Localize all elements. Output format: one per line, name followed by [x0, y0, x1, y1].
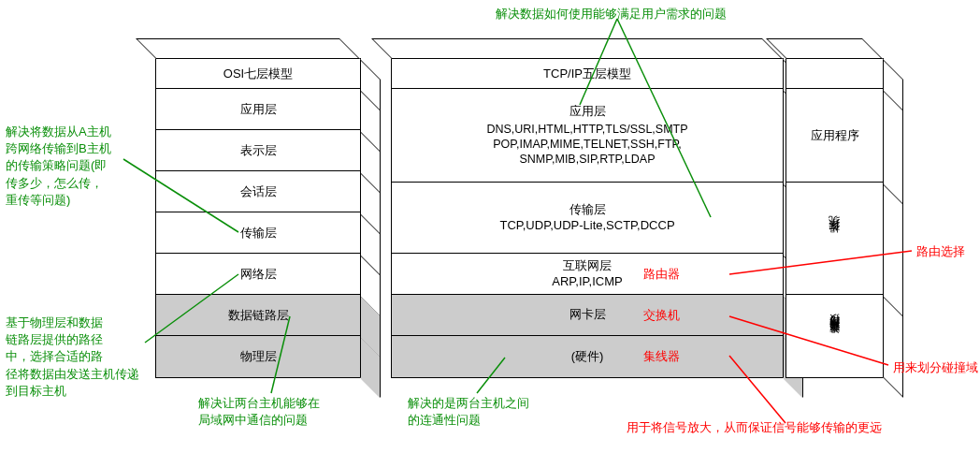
tcp-app-name: 应用层: [569, 104, 606, 120]
col3-os-text: 操作系统: [829, 235, 841, 242]
tcp-internet-protocols: ARP,IP,ICMP: [552, 274, 622, 290]
osi-layer-physical: 物理层: [156, 336, 360, 377]
tcp-layer-internet: 互联网层 ARP,IP,ICMP: [392, 254, 783, 295]
note-user-needs: 解决数据如何使用能够满足用户需求的问题: [496, 6, 727, 22]
tcp-app-protocols: DNS,URI,HTML,HTTP,TLS/SSL,SMTP POP,IMAP,…: [486, 122, 687, 168]
osi-layer-datalink: 数据链路层: [156, 295, 360, 336]
note-transport-policy: 解决将数据从A主机 跨网络传输到B主机 的传输策略问题(即 传多少，怎么传， 重…: [6, 124, 111, 209]
tcpip-stack: TCP/IP五层模型 应用层 DNS,URI,HTML,HTTP,TLS/SSL…: [391, 58, 784, 378]
tcp-transport-protocols: TCP,UDP,UDP-Lite,SCTP,DCCP: [499, 218, 674, 234]
osi-right-face: [360, 59, 381, 398]
tcp-layer-hardware: (硬件): [392, 336, 783, 377]
device-router: 路由器: [643, 266, 680, 283]
osi-top-face: [136, 38, 360, 59]
tcp-layer-transport: 传输层 TCP,UDP,UDP-Lite,SCTP,DCCP: [392, 183, 783, 254]
note-routing: 基于物理层和数据 链路层提供的路径 中，选择合适的路 径将数据由发送主机传递 到…: [6, 314, 139, 400]
col3-title: [786, 59, 883, 89]
osi-layer-session: 会话层: [156, 171, 360, 212]
col3-app: 应用程序: [786, 89, 883, 183]
device-switch: 交换机: [643, 307, 680, 324]
tcp-internet-name: 互联网层: [563, 258, 612, 274]
note-collision: 用来划分碰撞域: [893, 359, 978, 376]
osi-layer-network: 网络层: [156, 254, 360, 295]
osi-layer-transport: 传输层: [156, 212, 360, 254]
side-column: 应用程序 操作系统 设备驱动程序与网络接口: [785, 58, 884, 378]
device-hub: 集线器: [643, 348, 680, 365]
note-lan: 解决让两台主机能够在 局域网中通信的问题: [198, 395, 320, 429]
tcp-nic-name: 网卡层: [569, 307, 606, 323]
note-signal-amp: 用于将信号放大，从而保证信号能够传输的更远: [627, 419, 882, 436]
col3-driver: 设备驱动程序与网络接口: [786, 295, 883, 377]
osi-title: OSI七层模型: [156, 59, 360, 89]
tcp-title: TCP/IP五层模型: [392, 59, 783, 89]
tcp-layer-nic: 网卡层: [392, 295, 783, 336]
note-route-select: 路由选择: [916, 243, 965, 260]
col3-top: [766, 38, 883, 59]
col3-os: 操作系统: [786, 183, 883, 295]
note-connectivity: 解决的是两台主机之间 的连通性问题: [408, 395, 529, 429]
tcp-transport-name: 传输层: [569, 202, 606, 218]
tcp-hw-name: (硬件): [571, 349, 604, 365]
col3-driver-text: 设备驱动程序与网络接口: [829, 331, 841, 342]
tcp-layer-application: 应用层 DNS,URI,HTML,HTTP,TLS/SSL,SMTP POP,I…: [392, 89, 783, 183]
osi-layer-presentation: 表示层: [156, 130, 360, 171]
osi-layer-application: 应用层: [156, 89, 360, 130]
osi-stack: OSI七层模型 应用层 表示层 会话层 传输层 网络层 数据链路层 物理层: [155, 58, 361, 378]
tcp-top-face: [371, 38, 783, 59]
col3-right: [883, 59, 903, 398]
